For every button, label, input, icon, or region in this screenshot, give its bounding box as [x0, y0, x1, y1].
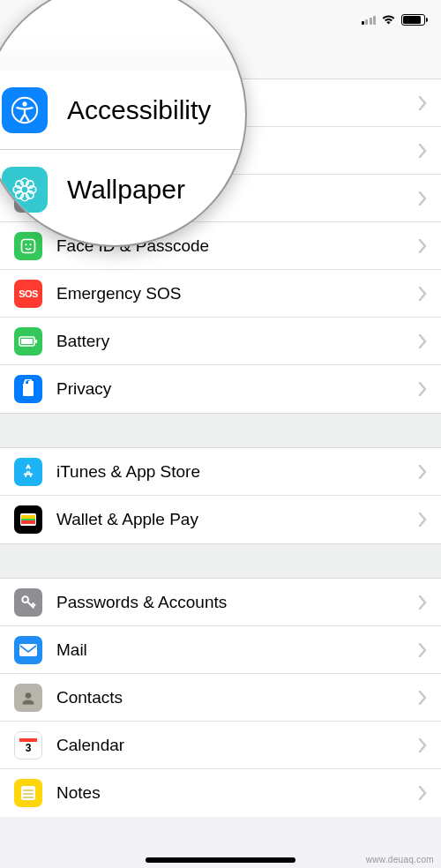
svg-rect-9: [21, 515, 35, 519]
chevron-right-icon: [418, 334, 427, 348]
settings-row-label: Passwords & Accounts: [56, 593, 418, 612]
svg-rect-11: [21, 520, 35, 524]
svg-point-2: [29, 243, 31, 245]
chevron-right-icon: [418, 96, 427, 110]
section-divider: [0, 413, 441, 448]
wifi-icon: [381, 14, 396, 26]
settings-row-privacy[interactable]: Privacy: [0, 365, 441, 413]
watermark: www.deuaq.com: [366, 855, 434, 864]
settings-row-label: iTunes & App Store: [56, 462, 418, 482]
chevron-right-icon: [418, 239, 427, 253]
notes-icon: [14, 779, 42, 807]
svg-rect-13: [19, 644, 37, 656]
magnified-row-accessibility[interactable]: Accessibility: [0, 71, 245, 150]
battery-icon: [14, 327, 42, 355]
settings-row-label: Contacts: [56, 688, 418, 707]
chevron-right-icon: [418, 144, 427, 158]
home-indicator[interactable]: [146, 857, 295, 863]
appstore-icon: [14, 458, 42, 486]
svg-rect-5: [35, 340, 37, 343]
svg-text:3: 3: [26, 742, 32, 754]
settings-section-store: iTunes & App Store Wallet & Apple Pay: [0, 448, 441, 543]
calendar-icon: 3: [14, 731, 42, 760]
svg-point-1: [25, 243, 26, 245]
settings-row-contacts[interactable]: Contacts: [0, 674, 441, 722]
settings-section-accounts: Passwords & Accounts Mail Contacts 3 Cal…: [0, 579, 441, 817]
svg-point-14: [26, 692, 32, 699]
settings-row-battery[interactable]: Battery: [0, 318, 441, 365]
key-icon: [14, 588, 42, 617]
settings-row-mail[interactable]: Mail: [0, 626, 441, 674]
chevron-right-icon: [418, 287, 427, 301]
svg-rect-7: [24, 385, 34, 395]
settings-row-wallet[interactable]: Wallet & Apple Pay: [0, 496, 441, 543]
settings-row-calendar[interactable]: 3 Calendar: [0, 722, 441, 769]
magnified-row-label: Wallpaper: [67, 175, 185, 205]
sos-icon: SOS: [14, 280, 42, 308]
settings-row-label: Mail: [56, 640, 418, 660]
chevron-right-icon: [418, 191, 427, 206]
svg-point-22: [22, 101, 26, 106]
chevron-right-icon: [418, 382, 427, 396]
wallet-icon: [14, 505, 42, 534]
chevron-right-icon: [418, 465, 427, 479]
magnified-row-label: Accessibility: [67, 95, 211, 125]
chevron-right-icon: [418, 643, 427, 657]
chevron-right-icon: [418, 786, 427, 800]
settings-row-label: Notes: [56, 783, 418, 803]
settings-row-sos[interactable]: SOS Emergency SOS: [0, 270, 441, 318]
settings-row-label: Privacy: [56, 379, 418, 399]
svg-rect-17: [21, 786, 35, 800]
contacts-icon: [14, 684, 42, 712]
mail-icon: [14, 636, 42, 664]
chevron-right-icon: [418, 691, 427, 705]
cellular-signal-icon: [362, 14, 377, 25]
faceid-icon: [14, 232, 42, 260]
settings-row-passwords[interactable]: Passwords & Accounts: [0, 579, 441, 626]
chevron-right-icon: [418, 513, 427, 527]
settings-row-label: Calendar: [56, 736, 418, 755]
battery-icon: [401, 14, 425, 26]
svg-rect-4: [21, 339, 33, 344]
settings-row-notes[interactable]: Notes: [0, 769, 441, 817]
settings-row-label: Wallet & Apple Pay: [56, 510, 418, 529]
chevron-right-icon: [418, 738, 427, 752]
chevron-right-icon: [418, 595, 427, 610]
settings-row-appstore[interactable]: iTunes & App Store: [0, 448, 441, 496]
settings-row-label: Battery: [56, 332, 418, 351]
section-divider: [0, 543, 441, 579]
privacy-icon: [14, 375, 42, 403]
accessibility-icon: [2, 87, 48, 133]
svg-rect-0: [22, 239, 35, 252]
settings-row-label: Emergency SOS: [56, 284, 418, 303]
